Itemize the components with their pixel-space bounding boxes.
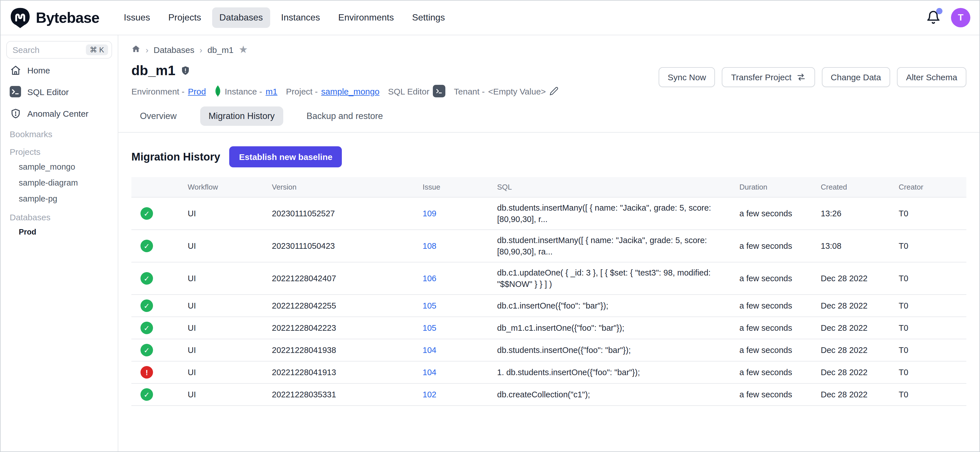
top-nav: Bytebase Issues Projects Databases Insta…	[0, 0, 980, 35]
migration-history-table: Workflow Version Issue SQL Duration Crea…	[131, 177, 966, 406]
version-cell: 20221228042407	[272, 262, 423, 295]
duration-cell: a few seconds	[740, 295, 821, 317]
bytebase-window: Bytebase Issues Projects Databases Insta…	[0, 0, 980, 452]
brand-logo[interactable]: Bytebase	[10, 7, 99, 28]
star-icon[interactable]: ★	[239, 43, 248, 56]
page-actions: Sync Now Transfer Project Change Data Al…	[659, 67, 966, 87]
issue-link[interactable]: 104	[423, 368, 436, 377]
workflow-cell: UI	[188, 262, 272, 295]
migration-row: ✓ UI 20221228041938 104 db.students.inse…	[131, 339, 966, 361]
creator-column-header: Creator	[899, 177, 966, 197]
transfer-project-button[interactable]: Transfer Project	[722, 67, 815, 87]
breadcrumb-home[interactable]	[131, 44, 140, 55]
terminal-icon	[10, 86, 21, 97]
sidebar: ⌘ K Home SQL Editor Anomaly Center	[0, 35, 118, 452]
environment-link[interactable]: Prod	[188, 86, 206, 96]
migration-row: ✓ UI 20230111052527 109 db.students.inse…	[131, 197, 966, 230]
chevron-right-icon: ›	[146, 45, 148, 54]
version-cell: 20221228041913	[272, 361, 423, 383]
notifications-button[interactable]	[926, 10, 941, 25]
section-title: Migration History	[131, 150, 220, 163]
migration-table-body: ✓ UI 20230111052527 109 db.students.inse…	[131, 197, 966, 406]
search-shortcut-badge: ⌘ K	[86, 45, 108, 55]
pencil-icon[interactable]	[549, 86, 558, 96]
migration-row: ✓ UI 20221228042223 105 db_m1.c1.insertO…	[131, 317, 966, 339]
status-success-icon: ✓	[140, 322, 153, 334]
brand-name: Bytebase	[36, 9, 99, 27]
migration-row: ✓ UI 20230111050423 108 db.student.inser…	[131, 230, 966, 262]
search-box: ⌘ K	[6, 41, 112, 59]
tab-migration-history[interactable]: Migration History	[200, 107, 283, 126]
breadcrumb-databases[interactable]: Databases	[154, 45, 194, 54]
created-cell: Dec 28 2022	[821, 339, 899, 361]
duration-cell: a few seconds	[740, 317, 821, 339]
sidebar-section-databases: Databases	[6, 207, 112, 224]
home-icon	[10, 64, 21, 76]
migration-row: ✓ UI 20221228035331 102 db.createCollect…	[131, 383, 966, 406]
duration-cell: a few seconds	[740, 262, 821, 295]
instance-label: Instance -	[225, 86, 262, 96]
status-success-icon: ✓	[140, 240, 153, 252]
tab-overview[interactable]: Overview	[131, 107, 185, 126]
database-meta: Environment - Prod Instance - m1 Project…	[131, 85, 558, 97]
sidebar-project-sample-diagram[interactable]: sample-diagram	[6, 175, 112, 191]
nav-item-settings[interactable]: Settings	[405, 7, 452, 28]
version-cell: 20221228035331	[272, 383, 423, 406]
establish-baseline-button[interactable]: Establish new baseline	[229, 146, 342, 168]
creator-cell: T0	[899, 361, 966, 383]
migration-row: ✓ UI 20221228042255 105 db.c1.insertOne(…	[131, 295, 966, 317]
created-cell: 13:26	[821, 197, 899, 230]
issue-link[interactable]: 108	[423, 241, 436, 251]
sidebar-project-sample-pg[interactable]: sample-pg	[6, 191, 112, 207]
sidebar-database-prod[interactable]: Prod	[6, 224, 112, 240]
instance-link[interactable]: m1	[266, 86, 278, 96]
duration-column-header: Duration	[740, 177, 821, 197]
nav-item-projects[interactable]: Projects	[161, 7, 209, 28]
sidebar-item-anomaly-center[interactable]: Anomaly Center	[6, 103, 112, 123]
topnav-right: T	[926, 8, 970, 27]
search-input[interactable]	[13, 45, 69, 55]
sidebar-section-bookmarks: Bookmarks	[6, 123, 112, 141]
migration-row: ! UI 20221228041913 104 1. db.students.i…	[131, 361, 966, 383]
workflow-cell: UI	[188, 230, 272, 262]
issue-link[interactable]: 106	[423, 274, 436, 283]
issue-link[interactable]: 105	[423, 323, 436, 332]
created-cell: Dec 28 2022	[821, 295, 899, 317]
database-tabs: Overview Migration History Backup and re…	[131, 107, 966, 132]
issue-link[interactable]: 102	[423, 390, 436, 399]
version-column-header: Version	[272, 177, 423, 197]
workflow-cell: UI	[188, 317, 272, 339]
nav-item-instances[interactable]: Instances	[274, 7, 327, 28]
user-avatar[interactable]: T	[951, 8, 970, 27]
creator-cell: T0	[899, 339, 966, 361]
issue-link[interactable]: 109	[423, 209, 436, 218]
workflow-cell: UI	[188, 197, 272, 230]
workflow-column-header: Workflow	[188, 177, 272, 197]
workflow-cell: UI	[188, 361, 272, 383]
sidebar-project-sample-mongo[interactable]: sample_mongo	[6, 159, 112, 175]
creator-cell: T0	[899, 383, 966, 406]
issue-link[interactable]: 104	[423, 345, 436, 355]
page-title: db_m1	[131, 62, 175, 78]
sync-now-button[interactable]: Sync Now	[659, 67, 715, 87]
sidebar-item-home[interactable]: Home	[6, 60, 112, 80]
tab-backup-and-restore[interactable]: Backup and restore	[298, 107, 391, 126]
sql-editor-link[interactable]: SQL Editor	[388, 85, 445, 97]
change-data-button[interactable]: Change Data	[822, 67, 890, 87]
nav-item-issues[interactable]: Issues	[116, 7, 158, 28]
mongodb-leaf-icon	[215, 85, 221, 97]
sidebar-item-sql-editor[interactable]: SQL Editor	[6, 81, 112, 102]
project-link[interactable]: sample_mongo	[321, 86, 379, 96]
alter-schema-button[interactable]: Alter Schema	[897, 67, 966, 87]
sql-cell: db_m1.c1.insertOne({"foo": "bar"});	[497, 317, 740, 339]
swap-arrows-icon	[796, 72, 806, 82]
nav-item-environments[interactable]: Environments	[331, 7, 401, 28]
shield-alert-icon	[10, 108, 21, 119]
workflow-cell: UI	[188, 339, 272, 361]
sql-cell: db.students.insertMany([ { name: "Jacika…	[497, 197, 740, 230]
issue-link[interactable]: 105	[423, 301, 436, 310]
sidebar-item-label: Home	[27, 65, 50, 75]
created-cell: 13:08	[821, 230, 899, 262]
home-icon	[131, 44, 140, 53]
nav-item-databases[interactable]: Databases	[212, 7, 270, 28]
